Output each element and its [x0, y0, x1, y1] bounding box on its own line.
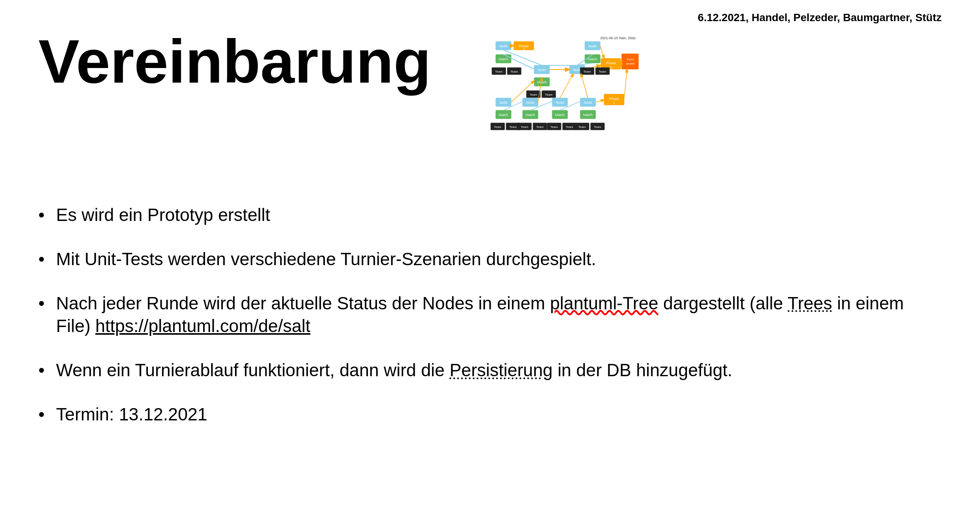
diagram-container: 2021-06-10 Hain, Stütz Phase 4 Node Matc…: [439, 35, 639, 181]
header-date-authors: 6.12.2021, Handel, Pelzeder, Baumgartner…: [698, 12, 942, 24]
svg-text:Team: Team: [550, 125, 558, 129]
svg-line-83: [624, 69, 627, 100]
bullet-content-5: Termin: 13.12.2021: [56, 403, 942, 426]
bullet-item-5: • Termin: 13.12.2021: [38, 403, 942, 426]
svg-text:Team: Team: [545, 93, 553, 96]
svg-line-35: [600, 46, 604, 58]
svg-text:Team: Team: [536, 125, 544, 129]
bullet-item-4: • Wenn ein Turnierablauf funktioniert, d…: [38, 359, 942, 382]
svg-text:Node: Node: [538, 68, 546, 72]
bullet-4-part1: Wenn ein Turnierablauf funktioniert, dan…: [56, 360, 450, 380]
bullet-3-part1: Nach jeder Runde wird der aktuelle Statu…: [56, 293, 550, 313]
svg-text:Match: Match: [588, 57, 597, 61]
svg-text:Tourn: Tourn: [626, 58, 634, 61]
svg-text:Phase: Phase: [609, 97, 619, 101]
svg-text:Team: Team: [583, 70, 591, 73]
svg-line-69: [560, 74, 573, 98]
bullet-item-1: • Es wird ein Prototyp erstellt: [38, 204, 942, 227]
svg-text:Team: Team: [599, 70, 606, 73]
bullet-dot-5: •: [38, 403, 45, 426]
bullet-content-3: Nach jeder Runde wird der aktuelle Statu…: [56, 292, 942, 338]
bullet-3-url[interactable]: https://plantuml.com/de/salt: [95, 316, 310, 336]
svg-text:Team: Team: [510, 70, 518, 73]
svg-text:Team: Team: [495, 70, 503, 73]
bullet-list: • Es wird ein Prototyp erstellt • Mit Un…: [38, 204, 942, 426]
svg-text:Match: Match: [498, 57, 508, 61]
svg-rect-29: [622, 54, 639, 69]
bullet-content-1: Es wird ein Prototyp erstellt: [56, 204, 942, 227]
bullet-dot-2: •: [38, 248, 45, 271]
svg-text:Node: Node: [526, 101, 535, 105]
bullet-dot-3: •: [38, 292, 45, 315]
svg-text:1: 1: [613, 101, 615, 105]
svg-text:Match: Match: [498, 113, 508, 117]
svg-text:Team: Team: [566, 125, 573, 129]
svg-text:4: 4: [523, 48, 525, 51]
svg-text:Team: Team: [521, 125, 528, 129]
svg-text:2021-06-10 Hain, Stütz: 2021-06-10 Hain, Stütz: [600, 36, 636, 40]
svg-text:Node: Node: [588, 44, 597, 48]
svg-text:Team: Team: [494, 125, 502, 129]
bullet-3-link[interactable]: plantuml-Tree: [550, 293, 658, 313]
svg-text:Team: Team: [578, 125, 586, 129]
tournament-diagram: 2021-06-10 Hain, Stütz Phase 4 Node Matc…: [439, 35, 639, 181]
bullet-content-2: Mit Unit-Tests werden verschiedene Turni…: [56, 248, 942, 271]
bullet-dot-4: •: [38, 359, 45, 382]
svg-text:Team: Team: [594, 125, 601, 129]
title-area: Vereinbarung 2021-06-10 Hain, Stütz Phas…: [38, 31, 942, 181]
svg-text:Match: Match: [525, 113, 535, 117]
svg-text:Team: Team: [530, 93, 537, 96]
svg-text:Node: Node: [556, 101, 564, 105]
bullet-dot-1: •: [38, 204, 45, 227]
svg-text:ament: ament: [626, 62, 634, 65]
svg-text:Team: Team: [509, 125, 517, 129]
bullet-3-underline: Trees: [788, 293, 832, 313]
bullet-item-2: • Mit Unit-Tests werden verschiedene Tur…: [38, 248, 942, 271]
svg-text:Node: Node: [499, 101, 508, 105]
bullet-item-3: • Nach jeder Runde wird der aktuelle Sta…: [38, 292, 942, 338]
svg-text:Match: Match: [537, 80, 546, 84]
svg-text:Node: Node: [499, 44, 508, 48]
svg-text:Match: Match: [555, 113, 564, 117]
svg-line-78: [581, 74, 588, 98]
svg-text:2: 2: [610, 65, 612, 69]
svg-text:Node: Node: [584, 101, 592, 105]
bullet-content-4: Wenn ein Turnierablauf funktioniert, dan…: [56, 359, 942, 382]
bullet-4-underline: Persistierung: [450, 360, 553, 380]
svg-text:Match: Match: [583, 113, 593, 117]
bullet-4-part2: in der DB hinzugefügt.: [553, 360, 732, 380]
svg-line-82: [596, 100, 604, 102]
slide: 6.12.2021, Handel, Pelzeder, Baumgartner…: [0, 0, 980, 528]
svg-text:Phase: Phase: [606, 61, 616, 65]
bullet-3-part2: dargestellt (alle: [658, 293, 788, 313]
slide-title: Vereinbarung: [38, 31, 431, 92]
